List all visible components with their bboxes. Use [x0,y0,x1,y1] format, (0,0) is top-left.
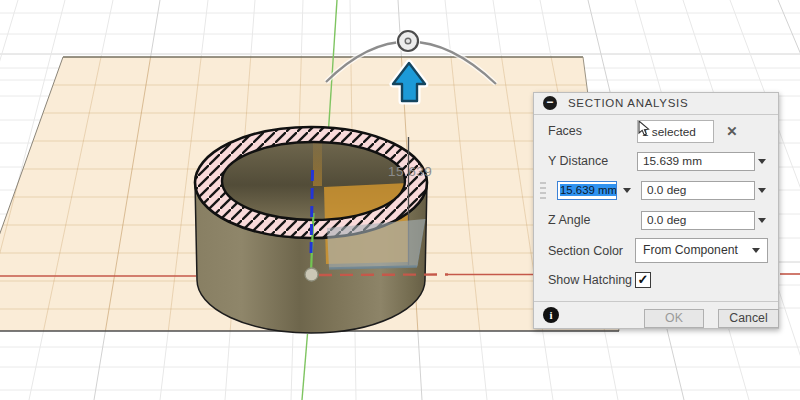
show-hatching-label: Show Hatching [548,273,632,287]
y-distance-label: Y Distance [548,154,608,168]
y-distance-dropdown-icon[interactable] [758,159,766,164]
minimize-icon[interactable]: − [543,96,557,110]
clear-selection-icon[interactable]: ✕ [723,120,741,143]
section-color-label: Section Color [548,244,623,258]
dialog-titlebar[interactable]: − SECTION ANALYSIS [534,93,778,115]
x-angle-dropdown-icon[interactable] [758,188,766,193]
origin-point-handle[interactable] [305,268,318,281]
rotate-handle-icon[interactable] [396,29,420,53]
section-color-dropdown-icon [752,248,760,253]
info-icon[interactable]: i [543,307,559,323]
cancel-button[interactable]: Cancel [718,309,779,328]
input-drag-grip[interactable] [540,182,546,200]
selected-text: 15.639 mm [560,184,617,196]
faces-selected-count: 1 selected [642,125,696,139]
section-color-select[interactable]: From Component [635,238,768,263]
x-angle-input[interactable]: 0.0 deg [641,181,755,200]
select-cursor-icon [638,121,650,136]
faces-label: Faces [548,124,582,138]
z-angle-input[interactable]: 0.0 deg [641,211,755,230]
z-angle-dropdown-icon[interactable] [758,218,766,223]
section-analysis-dialog: − SECTION ANALYSIS Faces 1 selected ✕ Y … [533,92,779,329]
footer-divider [534,301,778,302]
z-angle-label: Z Angle [548,213,590,227]
show-hatching-checkbox[interactable]: ✓ [635,272,651,288]
y-distance-input[interactable]: 15.639 mm [637,152,755,171]
dimension-label: 15.639 [388,164,432,179]
checkmark-icon: ✓ [638,272,649,287]
ok-button[interactable]: OK [644,309,704,328]
fusion-viewport: 15.639 − SECTION ANALYSIS Faces 1 select… [0,0,800,400]
dialog-title: SECTION ANALYSIS [568,97,688,109]
section-color-value: From Component [643,243,738,257]
faces-selection-button[interactable]: 1 selected [637,120,714,143]
distance-input-active[interactable]: 15.639 mm [557,181,617,200]
distance-dropdown-icon[interactable] [623,188,631,193]
